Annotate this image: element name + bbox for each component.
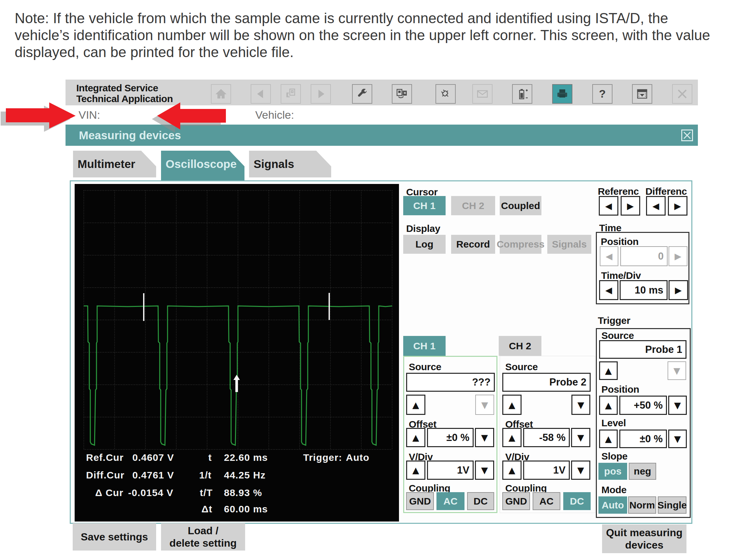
ch1-source-label: Source <box>409 361 441 372</box>
save-settings-button[interactable]: Save settings <box>73 523 156 551</box>
tab-multimeter-label: Multimeter <box>78 158 135 171</box>
tab-signals[interactable]: Signals <box>249 151 331 177</box>
cursor-ch1-label: CH 1 <box>413 200 435 211</box>
reference-right-button[interactable]: ▶ <box>621 196 640 216</box>
mode-norm-button[interactable]: Norm <box>628 496 656 514</box>
delta-cur-value: -0.0154 V <box>128 487 173 498</box>
window-minimize-icon[interactable] <box>632 84 652 104</box>
note-text: Note: If the vehicle from which the samp… <box>15 10 710 61</box>
delta-cur-label: Δ Cur <box>95 487 124 498</box>
ch1-tab-label: CH 1 <box>413 341 435 352</box>
connector-icon[interactable] <box>435 84 456 104</box>
up-arrow-icon: ▲ <box>605 434 612 443</box>
duty-label: t/T <box>200 487 213 498</box>
mode-auto-button[interactable]: Auto <box>598 496 627 514</box>
ch2-source-down-button[interactable]: ▼ <box>571 395 590 415</box>
trigger-mode-label: Mode <box>601 484 626 495</box>
down-arrow-icon: ▼ <box>481 466 488 475</box>
up-arrow-icon: ▲ <box>412 433 419 442</box>
display-section-label: Display <box>406 223 440 234</box>
trigger-source-up-button[interactable]: ▲ <box>599 361 618 380</box>
tab-oscilloscope[interactable]: Oscilloscope <box>161 151 245 183</box>
dt-value: 60.00 ms <box>224 504 268 515</box>
timediv-field[interactable]: 10 ms <box>620 280 668 300</box>
ch2-source-up-button[interactable]: ▲ <box>502 395 521 415</box>
ch2-coupling-dc-button[interactable]: DC <box>563 492 591 510</box>
timediv-decrease-button[interactable]: ◀ <box>599 280 618 300</box>
tab-oscilloscope-label: Oscilloscope <box>166 158 237 171</box>
diff-cur-label: Diff.Cur <box>86 470 125 481</box>
ch2-vdiv-down-button[interactable]: ▼ <box>571 461 590 480</box>
down-arrow-icon: ▼ <box>577 433 584 442</box>
battery-icon[interactable] <box>512 84 532 104</box>
help-icon[interactable]: ? <box>592 84 612 104</box>
down-arrow-icon: ▼ <box>577 466 584 475</box>
ch2-gnd-label: GND <box>505 496 527 507</box>
device-manager-icon[interactable] <box>392 84 412 104</box>
ch2-coupling-gnd-button[interactable]: GND <box>502 492 530 510</box>
ch2-offset-field[interactable]: -58 % <box>523 428 570 447</box>
up-arrow-icon: ▲ <box>605 366 612 375</box>
wrench-icon[interactable] <box>352 84 372 104</box>
ch1-offset-field[interactable]: ±0 % <box>427 428 474 447</box>
ch1-source-value: ??? <box>472 376 490 388</box>
banner-close-icon[interactable] <box>681 129 693 141</box>
red-annotation-arrows <box>0 98 248 140</box>
display-compress-button[interactable]: Compress <box>500 235 541 254</box>
printer-icon[interactable] <box>552 84 572 104</box>
display-record-button[interactable]: Record <box>451 235 495 254</box>
reference-left-button[interactable]: ◀ <box>599 196 618 216</box>
down-arrow-icon: ▼ <box>481 401 488 409</box>
trigger-section-label: Trigger <box>598 315 630 326</box>
ch1-vdiv-up-button[interactable]: ▲ <box>406 461 425 480</box>
time-position-label: Position <box>601 236 639 247</box>
ch2-source-field[interactable]: Probe 2 <box>502 373 591 392</box>
ch1-source-field[interactable]: ??? <box>406 373 495 392</box>
display-signals-button[interactable]: Signals <box>547 235 591 254</box>
ch1-vdiv-down-button[interactable]: ▼ <box>475 461 494 480</box>
ch1-coupling-dc-button[interactable]: DC <box>467 492 494 510</box>
ch1-offset-up-button[interactable]: ▲ <box>406 428 425 447</box>
right-arrow-icon: ▶ <box>675 252 682 261</box>
cursor-coupled-button[interactable]: Coupled <box>500 196 541 215</box>
trigger-level-down-button[interactable]: ▼ <box>668 430 687 448</box>
load-delete-setting-button[interactable]: Load / delete setting <box>161 523 245 551</box>
ch2-tab[interactable]: CH 2 <box>499 336 541 356</box>
trigger-source-label: Source <box>601 330 634 341</box>
difference-left-button[interactable]: ◀ <box>646 196 666 216</box>
dt-label: Δt <box>202 504 213 515</box>
ch1-source-up-button[interactable]: ▲ <box>406 395 425 415</box>
trigger-position-up-button[interactable]: ▲ <box>599 396 618 415</box>
ch2-coupling-ac-button[interactable]: AC <box>533 492 560 510</box>
ch1-offset-down-button[interactable]: ▼ <box>475 428 494 447</box>
trigger-position-value: +50 % <box>634 400 663 411</box>
slope-neg-button[interactable]: neg <box>629 463 656 480</box>
mode-single-button[interactable]: Single <box>658 496 686 514</box>
cursor-ch2-button[interactable]: CH 2 <box>451 196 495 215</box>
ch2-vdiv-field[interactable]: 1V <box>523 461 570 480</box>
ch2-offset-up-button[interactable]: ▲ <box>502 428 521 447</box>
difference-right-button[interactable]: ▶ <box>668 196 687 216</box>
ch1-vdiv-field[interactable]: 1V <box>427 461 474 480</box>
ch1-tab[interactable]: CH 1 <box>403 336 445 356</box>
tab-multimeter[interactable]: Multimeter <box>73 151 156 177</box>
time-position-field[interactable]: 0 <box>620 246 668 266</box>
ch2-offset-down-button[interactable]: ▼ <box>571 428 590 447</box>
up-arrow-icon: ▲ <box>508 433 515 442</box>
quit-measuring-devices-button[interactable]: Quit measuring devices <box>602 524 686 553</box>
trigger-position-down-button[interactable]: ▼ <box>668 396 687 415</box>
timediv-increase-button[interactable]: ▶ <box>669 280 688 300</box>
cursor-ch1-button[interactable]: CH 1 <box>403 196 445 215</box>
slope-pos-button[interactable]: pos <box>598 463 627 480</box>
display-log-button[interactable]: Log <box>403 235 445 254</box>
ch1-coupling-ac-button[interactable]: AC <box>436 492 464 510</box>
ch2-vdiv-up-button[interactable]: ▲ <box>502 461 521 480</box>
mode-norm-label: Norm <box>629 500 655 511</box>
trigger-level-field[interactable]: ±0 % <box>619 430 667 448</box>
ch1-coupling-gnd-button[interactable]: GND <box>406 492 434 510</box>
up-arrow-icon: ▲ <box>605 401 612 410</box>
trigger-level-up-button[interactable]: ▲ <box>599 430 618 448</box>
trigger-source-field[interactable]: Probe 1 <box>599 340 686 359</box>
timediv-label: Time/Div <box>601 270 641 281</box>
trigger-position-field[interactable]: +50 % <box>619 396 667 415</box>
